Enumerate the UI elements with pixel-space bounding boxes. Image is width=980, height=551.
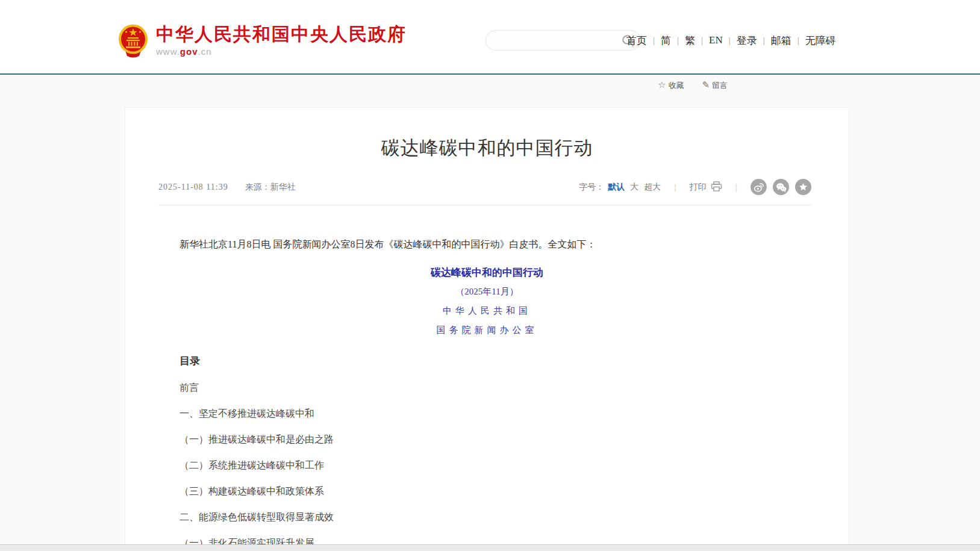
viewport-bottom-strip bbox=[0, 544, 980, 551]
star-share-icon[interactable] bbox=[795, 179, 811, 195]
site-text: 中华人民共和国中央人民政府 www.gov.cn bbox=[156, 24, 407, 57]
tools-separator: | bbox=[674, 182, 676, 191]
nav-separator: | bbox=[653, 36, 655, 46]
gov-cn-page: 中华人民共和国中央人民政府 www.gov.cn 首页 | 简 | 繁 | EN… bbox=[0, 0, 980, 551]
article-meta-bar: 2025-11-08 11:39 来源：新华社 字号： 默认 大 超大 | 打印 bbox=[158, 179, 811, 205]
nav-separator: | bbox=[729, 36, 731, 46]
tools-separator: | bbox=[735, 182, 737, 191]
publish-date: 2025-11-08 11:39 bbox=[158, 182, 228, 192]
pencil-icon: ✎ bbox=[702, 79, 710, 90]
toc-item: 一、坚定不移推进碳达峰碳中和 bbox=[179, 407, 794, 420]
article-tools: 字号： 默认 大 超大 | 打印 | bbox=[579, 179, 811, 195]
favorite-button[interactable]: ☆收藏 bbox=[658, 81, 684, 90]
toc-item: 二、能源绿色低碳转型取得显著成效 bbox=[179, 511, 794, 523]
toc-item: （一）推进碳达峰碳中和是必由之路 bbox=[179, 433, 794, 446]
document-title: 碳达峰碳中和的中国行动 bbox=[179, 266, 794, 279]
nav-separator: | bbox=[797, 36, 799, 46]
nav-simplified[interactable]: 简 bbox=[661, 34, 671, 48]
top-navigation: 首页 | 简 | 繁 | EN | 登录 | 邮箱 | 无障碍 bbox=[626, 31, 836, 49]
document-date: （2025年11月） bbox=[179, 286, 794, 297]
site-title: 中华人民共和国中央人民政府 bbox=[156, 24, 407, 45]
toc-item: 前言 bbox=[179, 381, 794, 394]
source-value: 新华社 bbox=[270, 182, 296, 191]
site-logo[interactable]: 中华人民共和国中央人民政府 www.gov.cn bbox=[118, 24, 407, 60]
nav-english[interactable]: EN bbox=[709, 34, 723, 46]
font-size-label: 字号： bbox=[579, 182, 604, 193]
print-button[interactable]: 打印 bbox=[690, 181, 722, 193]
document-heading: 碳达峰碳中和的中国行动 （2025年11月） 中华人民共和国 国务院新闻办公室 bbox=[179, 266, 794, 336]
source: 来源：新华社 bbox=[245, 182, 296, 193]
share-group bbox=[751, 179, 811, 195]
article-title: 碳达峰碳中和的中国行动 bbox=[125, 135, 849, 161]
search-box bbox=[485, 30, 641, 51]
nav-traditional[interactable]: 繁 bbox=[685, 34, 695, 48]
toc-item: （三）构建碳达峰碳中和政策体系 bbox=[179, 485, 794, 497]
nav-mail[interactable]: 邮箱 bbox=[771, 34, 791, 48]
font-size-large-button[interactable]: 大 bbox=[630, 182, 638, 193]
nav-login[interactable]: 登录 bbox=[737, 34, 757, 48]
nav-separator: | bbox=[677, 36, 679, 46]
nav-separator: | bbox=[763, 36, 765, 46]
weibo-share-icon[interactable] bbox=[751, 179, 767, 195]
nav-separator: | bbox=[701, 36, 703, 46]
lead-paragraph: 新华社北京11月8日电 国务院新闻办公室8日发布《碳达峰碳中和的中国行动》白皮书… bbox=[179, 238, 794, 251]
printer-icon bbox=[707, 181, 722, 193]
article-body: 新华社北京11月8日电 国务院新闻办公室8日发布《碳达峰碳中和的中国行动》白皮书… bbox=[179, 238, 794, 549]
nav-accessibility[interactable]: 无障碍 bbox=[805, 34, 836, 48]
site-header: 中华人民共和国中央人民政府 www.gov.cn 首页 | 简 | 繁 | EN… bbox=[0, 0, 980, 75]
article-card: 碳达峰碳中和的中国行动 2025-11-08 11:39 来源：新华社 字号： … bbox=[125, 107, 849, 551]
font-size-xlarge-button[interactable]: 超大 bbox=[644, 182, 661, 193]
star-outline-icon: ☆ bbox=[658, 79, 666, 90]
font-size-default-button[interactable]: 默认 bbox=[608, 182, 625, 193]
nav-home[interactable]: 首页 bbox=[626, 34, 647, 48]
document-org-line1: 中华人民共和国 bbox=[179, 305, 794, 317]
site-url: www.gov.cn bbox=[156, 46, 407, 57]
page-actions: ☆收藏 ✎留言 bbox=[0, 79, 728, 91]
search-input[interactable] bbox=[496, 33, 616, 48]
national-emblem-icon bbox=[118, 24, 148, 60]
toc-title: 目录 bbox=[179, 354, 794, 368]
comment-button[interactable]: ✎留言 bbox=[702, 81, 728, 90]
toc-item: （二）系统推进碳达峰碳中和工作 bbox=[179, 459, 794, 472]
wechat-share-icon[interactable] bbox=[773, 179, 789, 195]
document-org-line2: 国务院新闻办公室 bbox=[179, 325, 794, 336]
